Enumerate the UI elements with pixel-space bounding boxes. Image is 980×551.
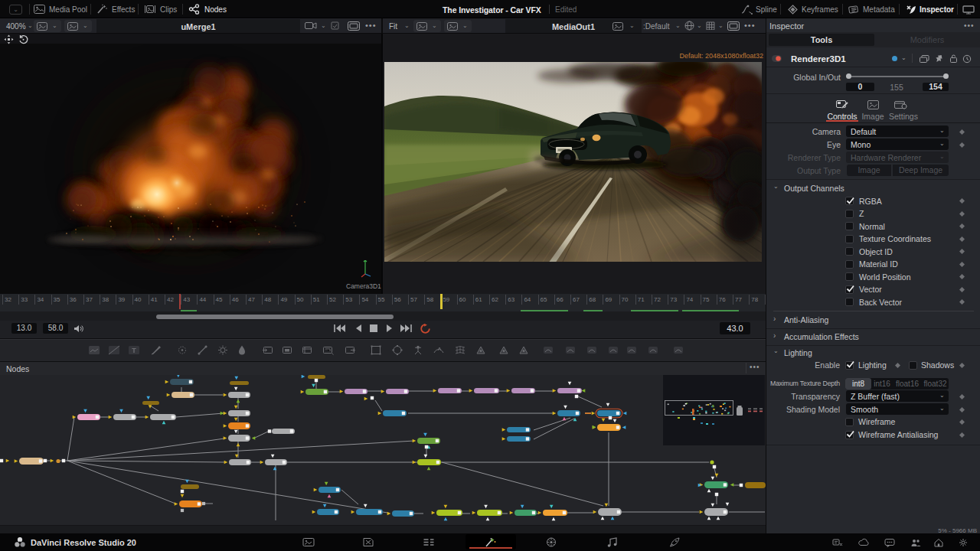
svg-text:T: T [132,347,136,354]
